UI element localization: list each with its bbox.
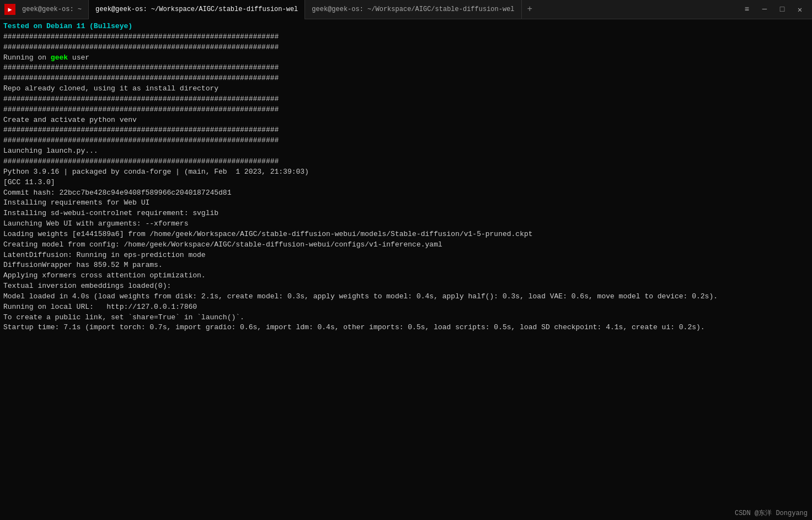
terminal-line: Textual inversion embeddings loaded(0): (3, 281, 809, 292)
terminal-line: ########################################… (3, 157, 809, 167)
tab-3[interactable]: geek@geek-os: ~/Workspace/AIGC/stable-di… (305, 0, 521, 19)
terminal-line: DiffusionWrapper has 859.52 M params. (3, 260, 809, 271)
terminal-line: ########################################… (3, 105, 809, 115)
terminal-line: ########################################… (3, 125, 809, 136)
menu-button[interactable]: ≡ (739, 2, 755, 17)
titlebar-left: ▶ (4, 4, 15, 15)
terminal-icon: ▶ (4, 4, 15, 15)
terminal-line: ########################################… (3, 73, 809, 84)
minimize-button[interactable]: ─ (757, 2, 772, 17)
terminal-line: Startup time: 7.1s (import torch: 0.7s, … (3, 323, 809, 333)
titlebar: ▶ geek@geek-os: ~ geek@geek-os: ~/Worksp… (0, 0, 812, 19)
terminal-line: Installing requirements for Web UI (3, 198, 809, 208)
window-controls: ≡ ─ □ ✕ (739, 2, 808, 17)
terminal-line: Creating model from config: /home/geek/W… (3, 240, 809, 250)
terminal-line: Launching launch.py... (3, 146, 809, 157)
tab-3-label: geek@geek-os: ~/Workspace/AIGC/stable-di… (312, 6, 514, 13)
terminal-line: ########################################… (3, 63, 809, 73)
terminal-line: Loading weights [e1441589a6] from /home/… (3, 229, 809, 240)
tab-2-label: geek@geek-os: ~/Workspace/AIGC/stable-di… (95, 6, 298, 13)
terminal-line: ########################################… (3, 32, 809, 42)
terminal-line: ########################################… (3, 136, 809, 146)
new-tab-button[interactable]: + (522, 0, 538, 19)
terminal-line: Launching Web UI with arguments: --xform… (3, 219, 809, 229)
terminal-line: Applying xformers cross attention optimi… (3, 271, 809, 281)
maximize-button[interactable]: □ (774, 2, 790, 17)
tab-1-label: geek@geek-os: ~ (22, 6, 82, 13)
terminal-line: Running on local URL: http://127.0.0.1:7… (3, 302, 809, 313)
terminal-line: ########################################… (3, 94, 809, 105)
tab-2[interactable]: geek@geek-os: ~/Workspace/AIGC/stable-di… (89, 0, 305, 19)
terminal-output: Tested on Debian 11 (Bullseye)##########… (0, 19, 812, 520)
terminal-line: Installing sd-webui-controlnet requireme… (3, 208, 809, 219)
terminal-line: Python 3.9.16 | packaged by conda-forge … (3, 167, 809, 178)
terminal-line: Commit hash: 22bcc7be428c94e9408f589966c… (3, 188, 809, 199)
tab-1[interactable]: geek@geek-os: ~ (15, 0, 89, 19)
terminal-line: Running on geek user (3, 53, 809, 63)
terminal-line: Create and activate python venv (3, 115, 809, 126)
terminal-line: To create a public link, set `share=True… (3, 313, 809, 323)
terminal-line: Repo already cloned, using it as install… (3, 84, 809, 94)
watermark: CSDN @东洋 Dongyang (730, 506, 812, 520)
tabs-area: geek@geek-os: ~ geek@geek-os: ~/Workspac… (15, 0, 739, 19)
terminal-line: LatentDiffusion: Running in eps-predicti… (3, 250, 809, 261)
terminal-line: ########################################… (3, 42, 809, 53)
terminal-line: Tested on Debian 11 (Bullseye) (3, 22, 809, 32)
close-button[interactable]: ✕ (792, 2, 808, 17)
terminal-line: Model loaded in 4.0s (load weights from … (3, 292, 809, 302)
terminal-line: [GCC 11.3.0] (3, 178, 809, 188)
